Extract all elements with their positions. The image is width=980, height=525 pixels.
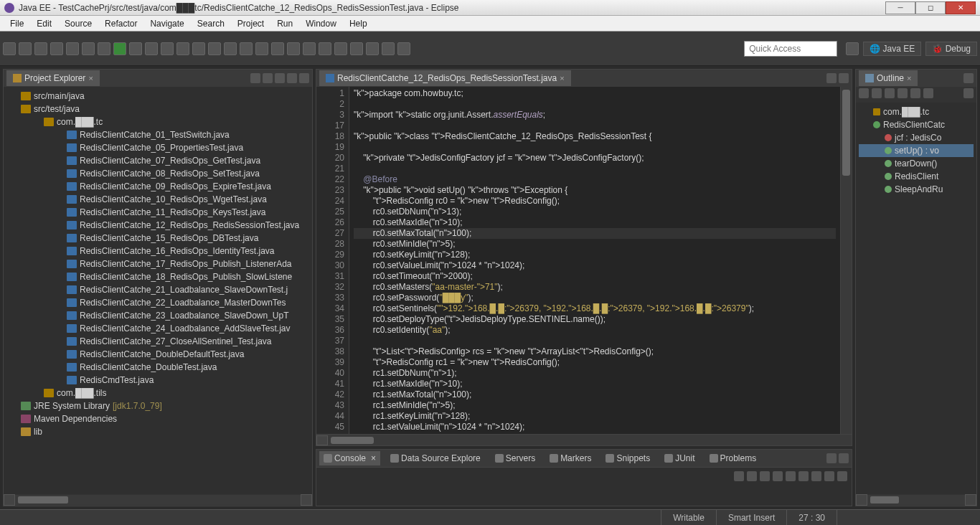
tree-item[interactable]: RedisClientCatche_21_Loadbalance_SlaveDo…	[4, 283, 312, 296]
close-icon[interactable]: ×	[88, 74, 93, 82]
outline-item[interactable]: RedisClientCatc	[859, 118, 974, 131]
tab-project-explorer[interactable]: Project Explorer ×	[6, 70, 100, 86]
sort-icon[interactable]	[859, 88, 869, 98]
close-button[interactable]: ✕	[946, 1, 976, 14]
toolbar-icon[interactable]	[255, 42, 268, 55]
editor-tab[interactable]: RedisClientCatche_12_RedisOps_RedisSessi…	[319, 70, 571, 86]
minimize-button[interactable]: ─	[885, 1, 915, 14]
menu-file[interactable]: File	[4, 17, 29, 30]
collapse-all-icon[interactable]	[250, 73, 260, 83]
toolbar-icon[interactable]	[208, 42, 221, 55]
scroll-thumb[interactable]	[331, 437, 374, 444]
toolbar-icon[interactable]	[319, 42, 331, 55]
console-toolbar-icon[interactable]	[837, 471, 847, 481]
console-toolbar-icon[interactable]	[786, 471, 796, 481]
save-all-button[interactable]	[34, 42, 47, 55]
tree-item[interactable]: RedisClientCatche_24_Loadbalance_AddSlav…	[4, 322, 312, 335]
scroll-left-arrow[interactable]	[4, 494, 15, 506]
toolbar-icon[interactable]	[66, 42, 79, 55]
perspective-debug[interactable]: 🐞 Debug	[925, 42, 977, 56]
toolbar-icon[interactable]	[192, 42, 205, 55]
tree-item[interactable]: RedisClientCatche_12_RedisOps_RedisSessi…	[4, 219, 312, 232]
horizontal-scrollbar[interactable]	[316, 434, 852, 445]
code-editor[interactable]: "k">package com.howbuy.tc; "k">import "k…	[349, 87, 840, 434]
toolbar-icon[interactable]	[240, 42, 253, 55]
tab-console[interactable]: Console×	[319, 451, 380, 465]
maximize-icon[interactable]	[839, 73, 849, 83]
tree-item[interactable]: JRE System Library [jdk1.7.0_79]	[4, 399, 312, 412]
menu-window[interactable]: Window	[300, 17, 342, 30]
hide-non-public-icon[interactable]	[897, 88, 908, 98]
tree-item[interactable]: RedisClientCatche_07_RedisOps_GetTest.ja…	[4, 154, 312, 167]
line-gutter[interactable]: 1231718192021222324252627282930313233343…	[316, 87, 349, 434]
tree-item[interactable]: RedisCmdTest.java	[4, 374, 312, 387]
tree-item[interactable]: com.███.tc	[4, 115, 312, 128]
menu-navigate[interactable]: Navigate	[144, 17, 189, 30]
scroll-right-arrow[interactable]	[965, 494, 976, 506]
toolbar-icon[interactable]	[287, 42, 300, 55]
toolbar-icon[interactable]	[145, 42, 158, 55]
project-tree[interactable]: src/main/javasrc/test/javacom.███.tcRedi…	[4, 87, 312, 494]
minimize-icon[interactable]	[287, 73, 297, 83]
tree-item[interactable]: RedisClientCatche_08_RedisOps_SetTest.ja…	[4, 167, 312, 180]
tree-item[interactable]: lib	[4, 425, 312, 438]
tree-item[interactable]: RedisClientCatche_10_RedisOps_WgetTest.j…	[4, 193, 312, 206]
outline-item[interactable]: setUp() : vo	[859, 144, 974, 157]
tab-data-source[interactable]: Data Source Explore	[386, 451, 485, 465]
outline-item[interactable]: RedisClient	[859, 170, 974, 183]
scroll-thumb[interactable]	[870, 496, 899, 503]
clear-console-icon[interactable]	[734, 471, 744, 481]
tab-junit[interactable]: JUnit	[660, 451, 699, 465]
scroll-left-arrow[interactable]	[316, 435, 328, 445]
open-perspective-button[interactable]	[846, 42, 859, 55]
scroll-thumb[interactable]	[18, 496, 68, 503]
tree-item[interactable]: RedisClientCatche_15_RedisOps_DBTest.jav…	[4, 232, 312, 245]
scroll-left-arrow[interactable]	[856, 494, 867, 506]
tree-item[interactable]: RedisClientCatche_16_RedisOps_IdentityTe…	[4, 245, 312, 257]
menu-run[interactable]: Run	[271, 17, 298, 30]
maximize-icon[interactable]	[839, 453, 849, 463]
hide-static-icon[interactable]	[885, 88, 895, 98]
outline-item[interactable]: SleepAndRu	[859, 183, 974, 196]
tree-item[interactable]: src/test/java	[4, 103, 312, 115]
maximize-button[interactable]: ◻	[915, 1, 946, 14]
tree-item[interactable]: RedisClientCatche_05_PropertiesTest.java	[4, 141, 312, 154]
hide-fields-icon[interactable]	[872, 88, 882, 98]
tab-problems[interactable]: Problems	[705, 451, 761, 465]
toolbar-icon[interactable]	[129, 42, 142, 55]
view-menu-icon[interactable]	[963, 88, 974, 98]
maximize-icon[interactable]	[299, 73, 309, 83]
save-button[interactable]	[19, 42, 32, 55]
tree-item[interactable]: RedisClientCatche_01_TestSwitch.java	[4, 128, 312, 141]
tree-item[interactable]: RedisClientCatche_09_RedisOps_ExpireTest…	[4, 180, 312, 193]
vertical-scrollbar[interactable]	[840, 87, 852, 434]
menu-project[interactable]: Project	[232, 17, 270, 30]
menu-edit[interactable]: Edit	[31, 17, 57, 30]
console-toolbar-icon[interactable]	[811, 471, 821, 481]
view-menu-icon[interactable]	[275, 73, 285, 83]
tree-item[interactable]: src/main/java	[4, 90, 312, 103]
close-icon[interactable]: ×	[907, 74, 911, 82]
toolbar-icon[interactable]	[50, 42, 63, 55]
tree-item[interactable]: RedisClientCatche_DoubleDefaultTest.java	[4, 348, 312, 361]
tree-item[interactable]: RedisClientCatche_27_CloseAllSentinel_Te…	[4, 335, 312, 348]
tree-item[interactable]: RedisClientCatche_DoubleTest.java	[4, 361, 312, 374]
tree-item[interactable]: RedisClientCatche_22_Loadbalance_MasterD…	[4, 296, 312, 309]
menu-help[interactable]: Help	[344, 17, 373, 30]
toolbar-icon[interactable]	[382, 42, 395, 55]
tree-item[interactable]: RedisClientCatche_11_RedisOps_KeysTest.j…	[4, 206, 312, 219]
outline-item[interactable]: com.███.tc	[859, 105, 974, 118]
menu-source[interactable]: Source	[59, 17, 98, 30]
toolbar-icon[interactable]	[303, 42, 316, 55]
outline-item[interactable]: jcf : JedisCo	[859, 131, 974, 144]
minimize-icon[interactable]	[826, 73, 837, 83]
toolbar-icon[interactable]	[161, 42, 174, 55]
console-toolbar-icon[interactable]	[798, 471, 809, 481]
tab-snippets[interactable]: Snippets	[601, 451, 654, 465]
tree-item[interactable]: Maven Dependencies	[4, 412, 312, 425]
console-toolbar-icon[interactable]	[773, 471, 783, 481]
quick-access-input[interactable]	[744, 41, 837, 57]
toolbar-icon[interactable]	[350, 42, 363, 55]
tab-markers[interactable]: Markers	[545, 451, 595, 465]
tab-outline[interactable]: Outline ×	[859, 70, 918, 86]
